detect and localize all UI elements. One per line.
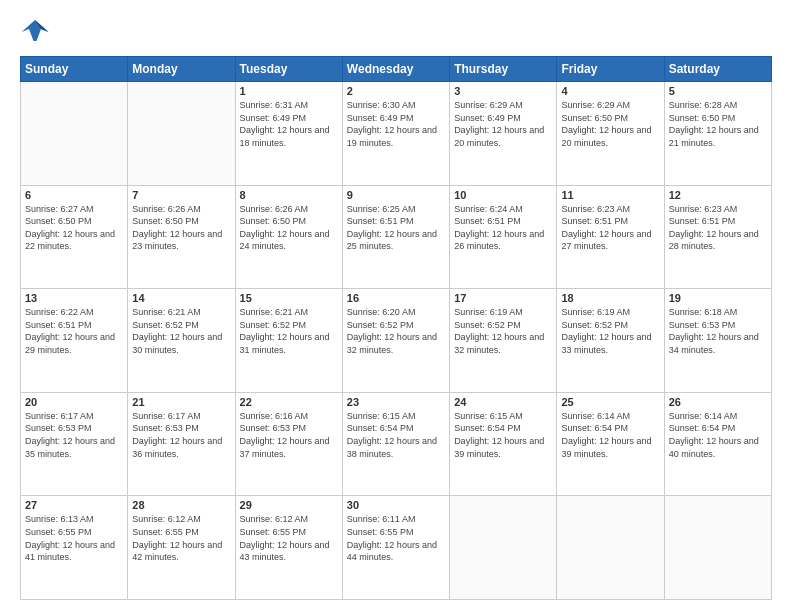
day-number: 23: [347, 396, 445, 408]
day-number: 4: [561, 85, 659, 97]
day-info: Sunrise: 6:23 AMSunset: 6:51 PMDaylight:…: [561, 203, 659, 253]
day-info: Sunrise: 6:18 AMSunset: 6:53 PMDaylight:…: [669, 306, 767, 356]
day-number: 12: [669, 189, 767, 201]
day-info: Sunrise: 6:26 AMSunset: 6:50 PMDaylight:…: [132, 203, 230, 253]
calendar-week-3: 13Sunrise: 6:22 AMSunset: 6:51 PMDayligh…: [21, 289, 772, 393]
calendar-cell: [450, 496, 557, 600]
calendar-cell: 13Sunrise: 6:22 AMSunset: 6:51 PMDayligh…: [21, 289, 128, 393]
day-number: 8: [240, 189, 338, 201]
day-info: Sunrise: 6:21 AMSunset: 6:52 PMDaylight:…: [132, 306, 230, 356]
calendar-cell: 20Sunrise: 6:17 AMSunset: 6:53 PMDayligh…: [21, 392, 128, 496]
day-number: 20: [25, 396, 123, 408]
calendar-cell: [664, 496, 771, 600]
day-info: Sunrise: 6:26 AMSunset: 6:50 PMDaylight:…: [240, 203, 338, 253]
day-info: Sunrise: 6:20 AMSunset: 6:52 PMDaylight:…: [347, 306, 445, 356]
calendar-week-2: 6Sunrise: 6:27 AMSunset: 6:50 PMDaylight…: [21, 185, 772, 289]
day-info: Sunrise: 6:19 AMSunset: 6:52 PMDaylight:…: [454, 306, 552, 356]
calendar-cell: [21, 82, 128, 186]
day-number: 24: [454, 396, 552, 408]
header: [20, 18, 772, 46]
calendar-cell: 9Sunrise: 6:25 AMSunset: 6:51 PMDaylight…: [342, 185, 449, 289]
calendar-cell: 3Sunrise: 6:29 AMSunset: 6:49 PMDaylight…: [450, 82, 557, 186]
day-number: 27: [25, 499, 123, 511]
day-number: 15: [240, 292, 338, 304]
calendar-cell: 4Sunrise: 6:29 AMSunset: 6:50 PMDaylight…: [557, 82, 664, 186]
calendar-cell: 12Sunrise: 6:23 AMSunset: 6:51 PMDayligh…: [664, 185, 771, 289]
logo: [20, 18, 54, 46]
day-info: Sunrise: 6:11 AMSunset: 6:55 PMDaylight:…: [347, 513, 445, 563]
calendar-cell: 15Sunrise: 6:21 AMSunset: 6:52 PMDayligh…: [235, 289, 342, 393]
day-info: Sunrise: 6:22 AMSunset: 6:51 PMDaylight:…: [25, 306, 123, 356]
day-info: Sunrise: 6:21 AMSunset: 6:52 PMDaylight:…: [240, 306, 338, 356]
calendar-cell: [557, 496, 664, 600]
calendar-cell: 27Sunrise: 6:13 AMSunset: 6:55 PMDayligh…: [21, 496, 128, 600]
day-info: Sunrise: 6:23 AMSunset: 6:51 PMDaylight:…: [669, 203, 767, 253]
day-number: 25: [561, 396, 659, 408]
svg-marker-0: [22, 20, 49, 41]
day-info: Sunrise: 6:15 AMSunset: 6:54 PMDaylight:…: [347, 410, 445, 460]
calendar-cell: 19Sunrise: 6:18 AMSunset: 6:53 PMDayligh…: [664, 289, 771, 393]
day-number: 26: [669, 396, 767, 408]
calendar-week-1: 1Sunrise: 6:31 AMSunset: 6:49 PMDaylight…: [21, 82, 772, 186]
weekday-header-friday: Friday: [557, 57, 664, 82]
calendar-cell: 8Sunrise: 6:26 AMSunset: 6:50 PMDaylight…: [235, 185, 342, 289]
day-info: Sunrise: 6:13 AMSunset: 6:55 PMDaylight:…: [25, 513, 123, 563]
day-info: Sunrise: 6:25 AMSunset: 6:51 PMDaylight:…: [347, 203, 445, 253]
calendar-cell: 11Sunrise: 6:23 AMSunset: 6:51 PMDayligh…: [557, 185, 664, 289]
weekday-header-monday: Monday: [128, 57, 235, 82]
day-info: Sunrise: 6:14 AMSunset: 6:54 PMDaylight:…: [561, 410, 659, 460]
day-number: 14: [132, 292, 230, 304]
calendar-cell: 17Sunrise: 6:19 AMSunset: 6:52 PMDayligh…: [450, 289, 557, 393]
day-info: Sunrise: 6:15 AMSunset: 6:54 PMDaylight:…: [454, 410, 552, 460]
day-number: 3: [454, 85, 552, 97]
day-number: 30: [347, 499, 445, 511]
day-number: 7: [132, 189, 230, 201]
day-info: Sunrise: 6:17 AMSunset: 6:53 PMDaylight:…: [25, 410, 123, 460]
day-info: Sunrise: 6:24 AMSunset: 6:51 PMDaylight:…: [454, 203, 552, 253]
day-info: Sunrise: 6:12 AMSunset: 6:55 PMDaylight:…: [132, 513, 230, 563]
calendar-table: SundayMondayTuesdayWednesdayThursdayFrid…: [20, 56, 772, 600]
day-number: 22: [240, 396, 338, 408]
calendar-cell: 7Sunrise: 6:26 AMSunset: 6:50 PMDaylight…: [128, 185, 235, 289]
day-number: 21: [132, 396, 230, 408]
day-info: Sunrise: 6:16 AMSunset: 6:53 PMDaylight:…: [240, 410, 338, 460]
calendar-cell: 30Sunrise: 6:11 AMSunset: 6:55 PMDayligh…: [342, 496, 449, 600]
calendar-cell: [128, 82, 235, 186]
calendar-week-4: 20Sunrise: 6:17 AMSunset: 6:53 PMDayligh…: [21, 392, 772, 496]
calendar-cell: 5Sunrise: 6:28 AMSunset: 6:50 PMDaylight…: [664, 82, 771, 186]
calendar-cell: 18Sunrise: 6:19 AMSunset: 6:52 PMDayligh…: [557, 289, 664, 393]
day-number: 18: [561, 292, 659, 304]
weekday-header-tuesday: Tuesday: [235, 57, 342, 82]
calendar-cell: 26Sunrise: 6:14 AMSunset: 6:54 PMDayligh…: [664, 392, 771, 496]
calendar-cell: 6Sunrise: 6:27 AMSunset: 6:50 PMDaylight…: [21, 185, 128, 289]
weekday-header-sunday: Sunday: [21, 57, 128, 82]
weekday-header-wednesday: Wednesday: [342, 57, 449, 82]
day-number: 17: [454, 292, 552, 304]
day-info: Sunrise: 6:29 AMSunset: 6:49 PMDaylight:…: [454, 99, 552, 149]
day-number: 13: [25, 292, 123, 304]
day-info: Sunrise: 6:14 AMSunset: 6:54 PMDaylight:…: [669, 410, 767, 460]
calendar-cell: 21Sunrise: 6:17 AMSunset: 6:53 PMDayligh…: [128, 392, 235, 496]
day-info: Sunrise: 6:29 AMSunset: 6:50 PMDaylight:…: [561, 99, 659, 149]
day-info: Sunrise: 6:27 AMSunset: 6:50 PMDaylight:…: [25, 203, 123, 253]
calendar-cell: 25Sunrise: 6:14 AMSunset: 6:54 PMDayligh…: [557, 392, 664, 496]
day-number: 10: [454, 189, 552, 201]
day-number: 28: [132, 499, 230, 511]
calendar-cell: 23Sunrise: 6:15 AMSunset: 6:54 PMDayligh…: [342, 392, 449, 496]
day-number: 6: [25, 189, 123, 201]
weekday-header-saturday: Saturday: [664, 57, 771, 82]
day-info: Sunrise: 6:12 AMSunset: 6:55 PMDaylight:…: [240, 513, 338, 563]
calendar-cell: 28Sunrise: 6:12 AMSunset: 6:55 PMDayligh…: [128, 496, 235, 600]
day-info: Sunrise: 6:19 AMSunset: 6:52 PMDaylight:…: [561, 306, 659, 356]
calendar-cell: 1Sunrise: 6:31 AMSunset: 6:49 PMDaylight…: [235, 82, 342, 186]
day-number: 19: [669, 292, 767, 304]
day-number: 9: [347, 189, 445, 201]
day-info: Sunrise: 6:31 AMSunset: 6:49 PMDaylight:…: [240, 99, 338, 149]
day-number: 5: [669, 85, 767, 97]
calendar-cell: 22Sunrise: 6:16 AMSunset: 6:53 PMDayligh…: [235, 392, 342, 496]
day-number: 2: [347, 85, 445, 97]
calendar-cell: 10Sunrise: 6:24 AMSunset: 6:51 PMDayligh…: [450, 185, 557, 289]
page: SundayMondayTuesdayWednesdayThursdayFrid…: [0, 0, 792, 612]
logo-bird-icon: [20, 18, 50, 46]
day-info: Sunrise: 6:17 AMSunset: 6:53 PMDaylight:…: [132, 410, 230, 460]
